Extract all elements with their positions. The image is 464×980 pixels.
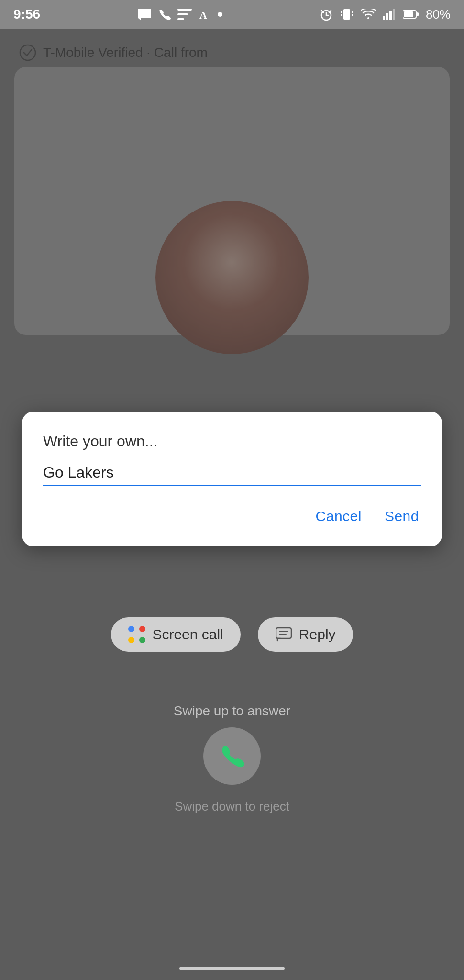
svg-text:A: A xyxy=(199,9,207,21)
dot-blue xyxy=(128,626,134,632)
answer-phone-icon xyxy=(219,743,245,769)
wifi-icon xyxy=(361,9,376,20)
svg-rect-1 xyxy=(138,9,151,18)
cancel-button[interactable]: Cancel xyxy=(314,503,364,529)
battery-percent: 80% xyxy=(426,7,451,22)
signal-icon xyxy=(383,9,396,20)
font-icon: A xyxy=(199,8,211,21)
svg-rect-11 xyxy=(352,11,353,13)
reply-button[interactable]: Reply xyxy=(258,617,353,652)
dot-yellow xyxy=(128,637,134,643)
swipe-down-text: Swipe down to reject xyxy=(0,799,464,814)
vibrate-icon xyxy=(340,8,354,21)
send-button[interactable]: Send xyxy=(383,503,421,529)
svg-rect-9 xyxy=(341,11,342,13)
phone-icon xyxy=(158,8,171,21)
status-time: 9:56 xyxy=(13,7,40,22)
lines-icon xyxy=(177,9,192,20)
custom-reply-input[interactable] xyxy=(43,464,421,486)
screen-call-button[interactable]: Screen call xyxy=(111,617,240,652)
dialog-actions: Cancel Send xyxy=(43,503,421,529)
dot-icon xyxy=(218,12,222,17)
svg-point-6 xyxy=(218,12,222,17)
answer-button[interactable] xyxy=(203,727,261,785)
svg-rect-14 xyxy=(386,13,388,20)
svg-rect-16 xyxy=(393,9,395,20)
svg-rect-13 xyxy=(383,16,385,20)
svg-rect-4 xyxy=(177,18,184,20)
svg-rect-3 xyxy=(177,13,188,15)
reply-label: Reply xyxy=(299,626,336,643)
dot-red xyxy=(139,626,145,632)
svg-rect-18 xyxy=(404,11,413,17)
sms-icon xyxy=(137,8,152,21)
svg-rect-20 xyxy=(276,628,291,638)
google-assistant-icon xyxy=(128,626,145,643)
write-own-dialog: Write your own... Cancel Send xyxy=(22,412,442,546)
screen-call-label: Screen call xyxy=(152,626,223,643)
home-indicator[interactable] xyxy=(179,967,285,970)
alarm-icon xyxy=(320,8,333,21)
action-buttons-row: Screen call Reply xyxy=(0,617,464,652)
status-bar: 9:56 A xyxy=(0,0,464,29)
svg-rect-8 xyxy=(343,9,350,20)
battery-icon xyxy=(403,10,419,19)
dot-green xyxy=(139,637,145,643)
status-icons: A xyxy=(137,8,222,21)
status-right-icons: 80% xyxy=(320,7,451,22)
dialog-input-container[interactable] xyxy=(43,464,421,486)
svg-rect-15 xyxy=(389,11,392,20)
dialog-title: Write your own... xyxy=(43,433,421,450)
svg-rect-19 xyxy=(417,12,419,16)
message-icon xyxy=(275,626,292,643)
svg-rect-2 xyxy=(177,9,192,11)
swipe-up-text: Swipe up to answer xyxy=(0,703,464,719)
svg-rect-10 xyxy=(341,14,342,16)
svg-rect-12 xyxy=(352,14,353,16)
